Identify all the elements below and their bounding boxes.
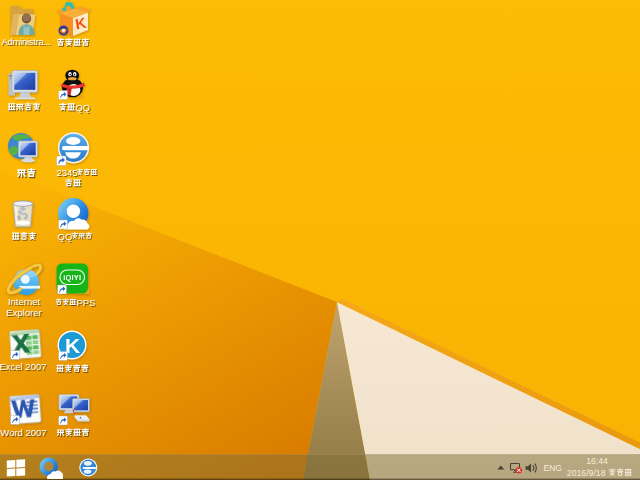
svg-text:Explorer: Explorer (6, 307, 41, 318)
svg-text:2345: 2345 (57, 167, 78, 178)
svg-text:Internet: Internet (8, 296, 41, 307)
svg-text:Word 2007: Word 2007 (0, 427, 46, 438)
svg-text:Excel 2007: Excel 2007 (0, 361, 47, 372)
svg-text:iQIYI: iQIYI (63, 273, 81, 282)
svg-text:16:44: 16:44 (586, 456, 608, 466)
svg-text:ENG: ENG (544, 463, 562, 473)
svg-text:QQ: QQ (58, 231, 73, 242)
svg-text:Administra...: Administra... (2, 36, 51, 47)
svg-text:PPS: PPS (77, 297, 96, 308)
svg-text:2016/9/18: 2016/9/18 (567, 468, 606, 478)
svg-text:QQ: QQ (76, 103, 90, 113)
